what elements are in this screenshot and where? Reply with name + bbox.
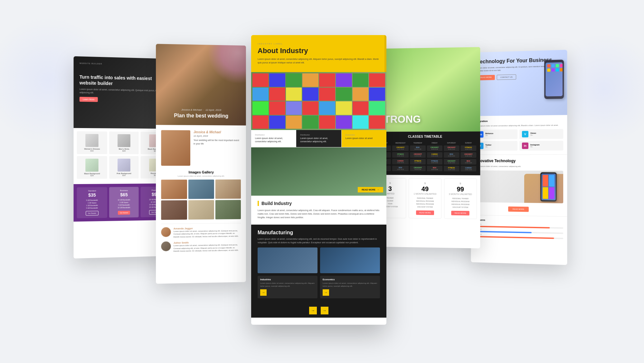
mfg-text: Lorem ipsum dolor sit amet, consectetur … [258, 237, 380, 244]
cargo-container [286, 101, 302, 115]
app-icon [547, 69, 550, 72]
testimonial-item: Amanda Jagger Lorem ipsum dolor sit amet… [161, 227, 241, 238]
cargo-container [269, 101, 285, 115]
social-count: 3k+ [485, 146, 491, 148]
price-label: Standard [78, 190, 106, 192]
cargo-container [252, 88, 269, 101]
mfg-card-title: Economics [323, 278, 377, 281]
mfg-title: Manufacturing [258, 230, 380, 236]
table-header-row: TRANSPORT WEDNESDAY THURSDAY FRIDAY SATU… [374, 141, 477, 145]
cargo-container [252, 116, 269, 129]
feature-bar-2: Feature 2 [475, 228, 563, 234]
testimonial-text: Lorem ipsum dolor sit amet, consectetur … [174, 244, 241, 253]
feature-bar-1: Feature 1 [475, 223, 563, 228]
price-period: 3 MONTH UNLIMITED [447, 193, 474, 195]
wedding-section: Jessica & Michael12 April, 2019 Your wed… [161, 130, 241, 166]
arrow-icon: → [377, 189, 379, 191]
mfg-card-title: Industries [260, 278, 315, 281]
mfg-card-arrow-icon[interactable]: → [323, 289, 329, 296]
cargo-container [353, 88, 369, 101]
price-button[interactable]: Get Started [86, 211, 99, 216]
table-row: CROSSFIT12:00-13:00 CARDIO12:00-13:00 FI… [374, 158, 477, 165]
vimeo-icon: V [522, 131, 528, 137]
app-icon [560, 64, 563, 67]
industry-cargo-image [251, 72, 386, 130]
app-icon [556, 68, 559, 71]
tech-phone-mockup [538, 53, 564, 106]
wedding-title: Plan the best wedding [156, 112, 246, 119]
wedding-section-name: Jessica & Michael12 April, 2019 [194, 130, 241, 138]
industry-about-title: About Industry [258, 47, 380, 55]
mfg-image-robot [320, 247, 380, 273]
social-info: Instagram 8k+ [530, 144, 540, 148]
list-item: Black Background $29 [77, 156, 107, 179]
cargo-container [336, 116, 352, 129]
social-twitter[interactable]: T Twitter 3k+ [475, 141, 517, 151]
gallery-grid [161, 180, 241, 220]
tech-innovative-section: Innovative Technology Lorem ipsum dolor … [471, 155, 567, 216]
cargo-container [353, 73, 369, 87]
phone-app-icon [549, 187, 554, 199]
industry-read-more-btn[interactable]: READ MORE → [358, 187, 383, 192]
mfg-card-text: Lorem ipsum dolor sit amet, consectetur … [260, 282, 315, 287]
social-info: Behance 1k+ [485, 133, 493, 136]
table-row: CARDIO10:00-11:00 CROSSFIT10:00-11:00 BO… [374, 145, 477, 152]
pagination-next[interactable]: → [321, 307, 328, 314]
pagination-prev[interactable]: → [309, 307, 317, 314]
social-behance[interactable]: Be Behance 1k+ [475, 129, 517, 139]
cargo-container [302, 116, 318, 129]
social-vimeo[interactable]: V Vimeo 5k+ [519, 129, 563, 139]
social-count: 1k+ [485, 135, 493, 136]
table-row: FITNESS13:00-14:00 BOX13:00-14:00 CROSSF… [374, 165, 477, 172]
wedding-hero: Jessica & Michael · 12 April, 2019 Plan … [156, 44, 246, 126]
testimonial-text: Lorem ipsum dolor sit amet, consectetur … [174, 229, 241, 238]
mfg-card-economics: Economics Lorem ipsum dolor sit amet, co… [320, 276, 380, 298]
industry-pagination: → → [251, 303, 386, 318]
product-image [86, 134, 99, 147]
cargo-container [252, 73, 269, 87]
mfg-cards: Industries Lorem ipsum dolor sit amet, c… [258, 276, 380, 298]
tech-social-text: Lorem ipsum dolor sit amet consectetur a… [475, 124, 563, 127]
card-fitness: STRONG CLASSES TIMETABLE TRANSPORT WEDNE… [371, 47, 480, 248]
col-header: WEDNESDAY [392, 141, 410, 145]
fitness-price-3month: $ 99 3 MONTH UNLIMITED PERSONAL TRAINERI… [444, 178, 477, 219]
features-title: Features [475, 219, 563, 223]
cargo-container [269, 88, 285, 101]
build-title: Build Industry [261, 201, 292, 206]
fitness-timetable: CLASSES TIMETABLE TRANSPORT WEDNESDAY TH… [371, 132, 480, 175]
mfg-image-factory [258, 247, 317, 273]
wedding-content: Jessica & Michael12 April, 2019 Your wed… [156, 125, 246, 261]
price-button[interactable]: Get Started [118, 211, 130, 215]
ecommerce-cta[interactable]: Learn More [80, 97, 98, 102]
innovative-cta-btn[interactable]: READ MORE [508, 206, 529, 212]
social-instagram[interactable]: In Instagram 8k+ [519, 141, 563, 151]
phone-body [544, 60, 564, 99]
col-header: THURSDAY [410, 141, 426, 145]
cargo-container [336, 101, 352, 115]
cargo-container [319, 101, 335, 115]
innovative-title: Innovative Technology [475, 159, 563, 163]
phone2-device [540, 172, 557, 201]
price-amount: 49 [412, 185, 438, 193]
product-image [118, 134, 130, 147]
avatar [161, 241, 171, 251]
cargo-container [269, 73, 285, 87]
wedding-hero-text: Jessica & Michael · 12 April, 2019 Plan … [156, 108, 246, 119]
tech-contact-btn[interactable]: CONTACT US [497, 74, 516, 80]
service-distribution-dark: Distribution Lorem ipsum dolor sit amet,… [296, 130, 341, 147]
industry-about: Industry Label About Industry Lorem ipsu… [251, 35, 386, 72]
wedding-date-line: Jessica & Michael · 12 April, 2019 [156, 108, 246, 112]
industry-services: Distribution Lorem ipsum dolor sit amet,… [251, 130, 386, 147]
app-icon [556, 64, 559, 67]
app-icon [552, 64, 555, 67]
social-info: Twitter 3k+ [485, 144, 491, 148]
cargo-container [302, 88, 318, 101]
wedding-text-block: Jessica & Michael12 April, 2019 Your wed… [194, 130, 241, 145]
feature-bar-3: Feature 3 [475, 233, 563, 239]
fitness-price-btn[interactable]: READ MORE [416, 210, 434, 215]
fitness-price-btn[interactable]: READ MORE [451, 211, 469, 216]
app-icon [560, 68, 563, 71]
card-tech: Technology For Your Business Lorem dolor… [471, 50, 567, 265]
phone-app-icon [543, 175, 548, 186]
mfg-card-arrow-icon[interactable]: → [260, 289, 267, 296]
